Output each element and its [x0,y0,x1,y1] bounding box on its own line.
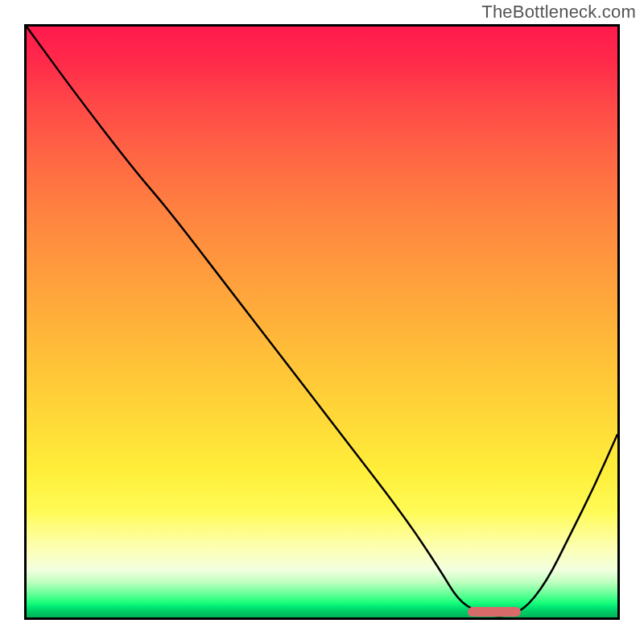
chart-frame: TheBottleneck.com [0,0,644,644]
optimal-range-marker [468,607,522,617]
bottleneck-curve [27,27,617,617]
plot-area [24,24,620,620]
watermark-text: TheBottleneck.com [481,2,636,23]
